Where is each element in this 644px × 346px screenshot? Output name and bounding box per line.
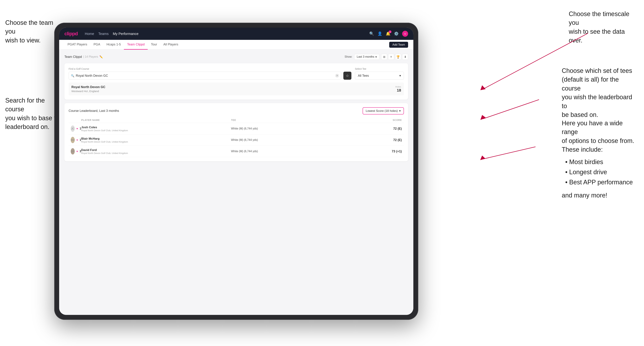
sub-nav-all-players[interactable]: All Players	[160, 40, 182, 50]
annotation-top-left-text: Choose the team you wish to view.	[5, 19, 53, 44]
users-icon[interactable]: 👤	[378, 31, 382, 36]
leaderboard-card: Course Leaderboard, Last 3 months Lowest…	[64, 103, 408, 161]
row2-score: 72 (E)	[381, 138, 402, 142]
sub-nav-tour[interactable]: Tour	[148, 40, 160, 50]
user-avatar[interactable]: U	[402, 31, 408, 37]
dropdown-chevron-icon: ▾	[376, 55, 377, 58]
nav-home[interactable]: Home	[85, 32, 94, 36]
tablet-screen: clippd Home Teams My Performance 🔍 👤 🔔 1…	[59, 28, 413, 315]
notifications-icon[interactable]: 🔔 1	[386, 31, 390, 36]
course-result-location: Westward Ho!, England	[72, 90, 105, 93]
holes-label: Holes	[395, 85, 401, 88]
row1-rank: 1	[80, 127, 81, 130]
nav-bar: clippd Home Teams My Performance 🔍 👤 🔔 1…	[59, 28, 413, 40]
svg-line-8	[483, 147, 536, 159]
row3-player-name: David Ford	[81, 148, 231, 152]
nav-icons-group: 🔍 👤 🔔 1 ⚙️ U	[369, 31, 408, 37]
tee-value: All Tees	[358, 74, 369, 78]
download-btn[interactable]: ⬇	[402, 54, 408, 60]
row1-rank-cell: JC ♥ 1	[71, 126, 81, 132]
row1-heart-icon: ♥	[76, 127, 78, 130]
col-tee: TEE	[231, 119, 381, 121]
row3-rank-cell: DF ♥ 3	[71, 148, 81, 155]
row1-avatar: JC	[71, 126, 75, 132]
row3-avatar: DF	[71, 148, 75, 155]
svg-line-4	[483, 100, 539, 119]
annotation-bot-right: Here you have a wide range of options to…	[562, 119, 639, 200]
nav-links: Home Teams My Performance	[85, 32, 138, 36]
tablet-device: clippd Home Teams My Performance 🔍 👤 🔔 1…	[54, 23, 418, 320]
settings-icon[interactable]: ⚙️	[394, 31, 399, 36]
add-team-button[interactable]: Add Team	[389, 42, 408, 48]
show-controls: Show: Last 3 months ▾ ⊞ ≡ 🏆 ⬇	[344, 54, 408, 60]
team-name: Team Clippd	[64, 55, 82, 59]
holes-value: 18	[395, 88, 401, 93]
sub-nav: PGAT Players PGA Hcaps 1-5 Team Clippd T…	[59, 40, 413, 50]
course-search-input-wrapper[interactable]: 🔍 ✕	[68, 72, 341, 80]
list-view-btn[interactable]: ≡	[388, 54, 394, 60]
row3-heart-icon: ♥	[76, 150, 78, 153]
row1-player-name: Josh Coles	[81, 126, 231, 129]
table-row: BM ♥ 1 Blair McHarg Royal North Devon Go…	[68, 134, 404, 146]
find-course-card: Find a Golf Course 🔍 ✕ ☆ Select Tee	[64, 63, 408, 100]
row2-rank: 1	[80, 138, 81, 142]
favourite-btn[interactable]: ☆	[343, 72, 352, 80]
col-rank	[71, 119, 81, 121]
course-result: Royal North Devon GC Westward Ho!, Engla…	[68, 82, 404, 95]
table-row: DF ♥ 3 David Ford Royal North Devon Golf…	[68, 146, 404, 157]
annotation-mid-right: Choose which set of tees (default is all…	[562, 66, 639, 119]
table-row: JC ♥ 1 Josh Coles Royal North Devon Golf…	[68, 123, 404, 134]
row2-tee: White (M) (6,744 yds)	[231, 138, 381, 142]
edit-team-icon[interactable]: ✏️	[100, 55, 103, 58]
row2-rank-cell: BM ♥ 1	[71, 137, 81, 143]
team-header: Team Clippd | 14 Players ✏️ Show: Last 3…	[64, 54, 408, 60]
row3-player-club: Royal North Devon Golf Club, United King…	[81, 152, 231, 155]
sub-nav-hcaps[interactable]: Hcaps 1-5	[103, 40, 124, 50]
leaderboard-title: Course Leaderboard, Last 3 months	[68, 109, 119, 113]
row1-player-info: Josh Coles Royal North Devon Golf Club, …	[81, 126, 231, 132]
row1-player-club: Royal North Devon Golf Club, United King…	[81, 129, 231, 132]
nav-teams[interactable]: Teams	[98, 32, 109, 36]
view-toggle-group: ⊞ ≡ 🏆 ⬇	[381, 54, 408, 60]
tee-dropdown[interactable]: All Tees ▾	[355, 72, 404, 80]
holes-badge: Holes 18	[395, 85, 401, 93]
period-dropdown[interactable]: Last 3 months ▾	[354, 54, 380, 60]
row2-avatar: BM	[71, 137, 75, 143]
course-search-row: 🔍 ✕ ☆	[68, 72, 352, 80]
row3-rank: 3	[80, 150, 81, 153]
annotation-top-right-text: Choose the timescale you wish to see the…	[569, 10, 629, 44]
leaderboard-table: PLAYER NAME TEE SCORE JC ♥ 1 Josh Coles	[68, 117, 404, 157]
sub-nav-pgat[interactable]: PGAT Players	[64, 40, 90, 50]
bullet-item-3: Best APP performance	[565, 178, 639, 187]
app-logo: clippd	[64, 31, 78, 36]
search-icon[interactable]: 🔍	[369, 31, 374, 36]
course-search-input[interactable]	[76, 74, 334, 78]
grid-view-btn[interactable]: ⊞	[381, 54, 387, 60]
col-score: SCORE	[381, 119, 402, 121]
tee-label: Select Tee	[355, 67, 404, 70]
trophy-view-btn[interactable]: 🏆	[395, 54, 401, 60]
find-course-label: Find a Golf Course	[68, 67, 352, 70]
annotation-bot-right-text: Here you have a wide range of options to…	[562, 120, 634, 153]
nav-my-performance[interactable]: My Performance	[113, 32, 138, 36]
team-title: Team Clippd | 14 Players ✏️	[64, 55, 103, 59]
score-type-dropdown[interactable]: Lowest Score (18 holes) ▾	[362, 107, 404, 114]
main-content: Team Clippd | 14 Players ✏️ Show: Last 3…	[59, 50, 413, 315]
score-type-chevron-icon: ▾	[399, 109, 401, 113]
player-count: | 14 Players	[83, 55, 98, 58]
tee-section: Select Tee All Tees ▾	[355, 67, 404, 80]
row3-player-info: David Ford Royal North Devon Golf Club, …	[81, 148, 231, 155]
sub-nav-team-clippd[interactable]: Team Clippd	[124, 40, 148, 50]
tee-chevron-icon: ▾	[399, 74, 401, 78]
svg-marker-3	[480, 85, 486, 90]
course-result-info: Royal North Devon GC Westward Ho!, Engla…	[72, 85, 105, 93]
notification-badge: 1	[389, 30, 392, 33]
row2-heart-icon: ♥	[76, 139, 78, 141]
search-icon-inner: 🔍	[71, 74, 74, 77]
bullet-item-2: Longest drive	[565, 168, 639, 176]
clear-search-btn[interactable]: ✕	[335, 74, 339, 78]
sub-nav-pga[interactable]: PGA	[90, 40, 103, 50]
show-label: Show:	[344, 55, 352, 58]
course-result-name: Royal North Devon GC	[72, 85, 105, 89]
row1-score: 72 (E)	[381, 127, 402, 131]
